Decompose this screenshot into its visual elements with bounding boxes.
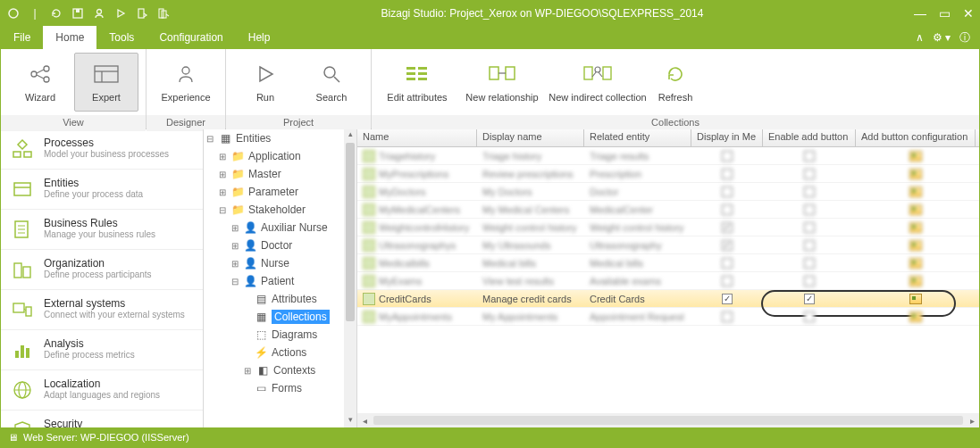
stakeholder-icon: 👤 [243, 256, 257, 270]
menu-tools[interactable]: Tools [96, 26, 147, 49]
nav-rules-sub: Manage your business rules [44, 229, 155, 239]
col-enable-add[interactable]: Enable add button [763, 129, 856, 146]
menu-home[interactable]: Home [43, 26, 96, 49]
table-row[interactable]: MyMedicalCentersMy Medical CentersMedica… [357, 201, 979, 219]
menu-help[interactable]: Help [236, 26, 283, 49]
svg-point-8 [44, 66, 49, 71]
table-row[interactable]: UltrasonographysMy UltrasoundsUltrasonog… [357, 236, 979, 254]
table-row[interactable]: MyAppointmentsMy AppointmentsAppointment… [357, 308, 979, 326]
tree-stakeholder[interactable]: ⊟📁Stakeholder [204, 201, 356, 219]
help-icon[interactable]: ⓘ [959, 30, 970, 46]
nav-processes-title: Processes [44, 137, 169, 149]
nav-external-systems[interactable]: External systemsConnect with your extern… [1, 290, 203, 330]
tree-application[interactable]: ⊞📁Application [204, 147, 356, 165]
col-add-config[interactable]: Add button configuration [856, 129, 976, 146]
save-icon[interactable] [71, 6, 85, 21]
svg-rect-20 [418, 72, 427, 75]
entity-tree: ⊟▦Entities ⊞📁Application ⊞📁Master ⊞📁Para… [204, 129, 357, 427]
svg-rect-30 [14, 183, 30, 195]
menu-configuration[interactable]: Configuration [147, 26, 235, 49]
refresh-icon[interactable] [49, 6, 63, 21]
nav-localization[interactable]: LocalizationAdapt languages and regions [1, 370, 203, 411]
nav-security[interactable]: Security [1, 411, 203, 427]
tree-scrollbar[interactable]: ▴▾ [344, 129, 356, 427]
col-display-in-me[interactable]: Display in Me [691, 129, 763, 146]
collections-icon: ▦ [254, 310, 268, 324]
window-title: Bizagi Studio: Project_Xerox on WP-DIEGO… [171, 7, 914, 20]
tree-collections[interactable]: ▦Collections [204, 308, 356, 326]
experience-button[interactable]: Experience [154, 53, 218, 112]
play-icon[interactable] [113, 6, 128, 21]
entities-icon [10, 177, 35, 202]
svg-point-14 [324, 67, 335, 78]
deploy-icon[interactable] [135, 6, 149, 21]
col-name[interactable]: Name [357, 129, 477, 146]
svg-rect-36 [14, 263, 21, 278]
svg-rect-17 [406, 72, 415, 75]
nav-local-sub: Adapt languages and regions [44, 390, 160, 400]
nav-entities[interactable]: EntitiesDefine your process data [1, 170, 203, 210]
deploy-all-icon[interactable] [156, 6, 171, 21]
tree-parameter[interactable]: ⊞📁Parameter [204, 183, 356, 201]
nav-rules[interactable]: Business RulesManage your business rules [1, 210, 203, 250]
tree-auxiliar-nurse[interactable]: ⊞👤Auxiliar Nurse [204, 219, 356, 236]
svg-point-3 [97, 10, 102, 14]
col-related[interactable]: Related entity [584, 129, 691, 146]
grid-body: TriagehistoryTriage historyTriage result… [357, 147, 979, 413]
search-button[interactable]: Search [299, 53, 364, 112]
refresh-button[interactable]: Refresh [649, 53, 702, 112]
settings-gear-icon[interactable]: ⚙ ▾ [933, 31, 951, 44]
stakeholder-icon: 👤 [243, 274, 257, 288]
maximize-button[interactable]: ▭ [939, 6, 951, 21]
new-relationship-button[interactable]: New relationship [457, 53, 547, 112]
edit-attributes-button[interactable]: Edit attributes [379, 53, 456, 112]
col-display[interactable]: Display name [477, 129, 584, 146]
tree-attributes[interactable]: ▤Attributes [204, 290, 356, 308]
svg-rect-28 [13, 152, 21, 157]
tree-master[interactable]: ⊞📁Master [204, 165, 356, 183]
nav-processes[interactable]: ProcessesModel your business processes [1, 129, 203, 170]
svg-rect-37 [23, 267, 30, 278]
tree-forms[interactable]: ▭Forms [204, 379, 356, 397]
table-row[interactable]: CreditCardsManage credit cardsCredit Car… [357, 290, 979, 308]
ribbon-group-designer: Experience Designer [147, 49, 226, 129]
expert-button[interactable]: Expert [74, 53, 138, 112]
tree-contexts[interactable]: ⊞◧Contexts [204, 361, 356, 379]
table-row[interactable]: WeightcontrolHistoryWeight control histo… [357, 219, 979, 236]
entities-tree-icon: ▦ [218, 131, 232, 145]
tree-root-entities[interactable]: ⊟▦Entities [204, 129, 356, 147]
tree-doctor[interactable]: ⊞👤Doctor [204, 236, 356, 254]
collections-grid: Name Display name Related entity Display… [357, 129, 979, 427]
svg-rect-26 [603, 67, 611, 79]
nav-processes-sub: Model your business processes [44, 149, 169, 159]
new-relationship-label: New relationship [465, 92, 538, 103]
nav-analysis[interactable]: AnalysisDefine process metrics [1, 330, 203, 370]
menu-file[interactable]: File [1, 26, 43, 49]
close-button[interactable]: ✕ [963, 6, 974, 21]
folder-icon: 📁 [230, 203, 245, 217]
folder-icon: 📁 [230, 149, 245, 163]
nav-organization[interactable]: OrganizationDefine process participants [1, 250, 203, 290]
menubar: File Home Tools Configuration Help ∧ ⚙ ▾… [1, 26, 979, 49]
collapse-ribbon-icon[interactable]: ∧ [916, 31, 924, 44]
minimize-button[interactable]: — [914, 6, 926, 21]
run-button[interactable]: Run [233, 53, 297, 112]
table-row[interactable]: MyPrescriptionsReview prescriptionsPresc… [357, 165, 979, 183]
new-indirect-collection-button[interactable]: New indirect collection [549, 53, 647, 112]
nav-entities-title: Entities [44, 177, 143, 189]
ribbon-group-collections: Edit attributes New relationship New ind… [372, 49, 979, 129]
grid-hscrollbar[interactable]: ◂▸ [357, 413, 979, 427]
table-row[interactable]: MyExamsView test resultsAvailable exams [357, 272, 979, 290]
folder-icon: 📁 [230, 167, 245, 181]
table-row[interactable]: MyDoctorsMy DoctorsDoctor [357, 183, 979, 201]
table-row[interactable]: TriagehistoryTriage historyTriage result… [357, 147, 979, 165]
tree-diagrams[interactable]: ⬚Diagrams [204, 326, 356, 344]
table-row[interactable]: MedicalbillsMedical billsMedical bills [357, 254, 979, 272]
wizard-button[interactable]: Wizard [8, 53, 72, 112]
svg-rect-22 [490, 67, 498, 79]
tree-nurse[interactable]: ⊞👤Nurse [204, 254, 356, 272]
qat-divider: | [28, 6, 42, 21]
user-icon[interactable] [92, 6, 106, 21]
tree-patient[interactable]: ⊟👤Patient [204, 272, 356, 290]
tree-actions[interactable]: ⚡Actions [204, 344, 356, 361]
